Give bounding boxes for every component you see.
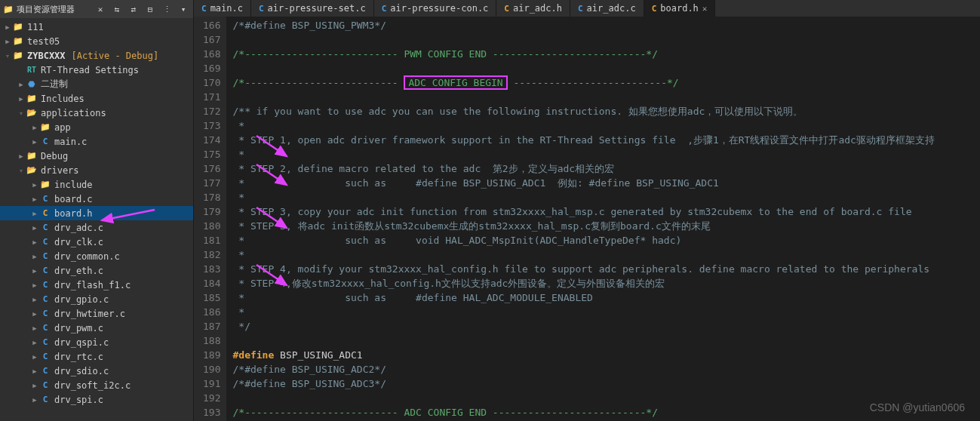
- c-file-icon: C: [201, 3, 207, 14]
- tree-item-test05[interactable]: ▶📁test05: [0, 34, 193, 48]
- editor-tab-board-h[interactable]: Cboard.h✕: [644, 0, 716, 17]
- tree-item-drv-gpio-c[interactable]: ▶Cdrv_gpio.c: [0, 292, 193, 306]
- project-tree[interactable]: ▶📁111▶📁test05▿📁ZYBCXXX[Active - Debug]RT…: [0, 18, 193, 421]
- close-icon[interactable]: ✕: [94, 2, 107, 16]
- editor-tab-air-pressure-con-c[interactable]: Cair-pressure-con.c: [374, 0, 497, 17]
- close-tab-icon[interactable]: ✕: [702, 4, 708, 14]
- expander-icon[interactable]: ▶: [30, 181, 39, 189]
- expander-icon[interactable]: ▿: [17, 167, 26, 174]
- expander-icon[interactable]: ▶: [30, 138, 39, 146]
- tab-label: air-pressure-con.c: [390, 3, 488, 14]
- focus-icon[interactable]: ⊟: [143, 2, 157, 16]
- tree-item-include[interactable]: ▶📁include: [0, 177, 193, 192]
- expander-icon[interactable]: ▿: [3, 52, 12, 60]
- line-number: 193: [203, 405, 220, 419]
- editor-tab-air-pressure-set-c[interactable]: Cair-pressure-set.c: [251, 0, 374, 17]
- code-text[interactable]: /*#define BSP_USING_PWM3*//*------------…: [226, 17, 980, 421]
- expander-icon[interactable]: ▶: [30, 353, 39, 361]
- expander-icon[interactable]: ▿: [17, 109, 26, 117]
- tree-item-debug[interactable]: ▶📁Debug: [0, 149, 193, 163]
- tree-item-drv-adc-c[interactable]: ▶Cdrv_adc.c: [0, 220, 193, 235]
- line-number: 190: [203, 362, 220, 376]
- tree-item-board-h[interactable]: ▶Cboard.h: [0, 206, 193, 220]
- line-number: 168: [203, 47, 220, 61]
- folder-icon: 📁: [26, 151, 38, 161]
- tree-item-app[interactable]: ▶📁app: [0, 120, 193, 134]
- project-explorer-panel: 📁 项目资源管理器 ✕ ⇆ ⇄ ⊟ ⋮ ▾ ▶📁111▶📁test05▿📁ZYB…: [0, 0, 194, 421]
- expander-icon[interactable]: ▶: [30, 367, 39, 375]
- tree-item-drv-flash-f1-c[interactable]: ▶Cdrv_flash_f1.c: [0, 278, 193, 292]
- expander-icon[interactable]: ▶: [30, 253, 39, 260]
- tree-item-drv-qspi-c[interactable]: ▶Cdrv_qspi.c: [0, 335, 193, 349]
- tree-item-111[interactable]: ▶📁111: [0, 20, 193, 34]
- collapse-icon[interactable]: ⇆: [110, 2, 124, 16]
- code-line: [232, 32, 980, 47]
- tree-item--[interactable]: ▶⬣二进制: [0, 77, 193, 91]
- expander-icon[interactable]: ▶: [30, 281, 39, 289]
- expander-icon[interactable]: ▶: [30, 310, 39, 318]
- expander-icon[interactable]: ▶: [17, 152, 26, 160]
- tree-item-drv-spi-c[interactable]: ▶Cdrv_spi.c: [0, 392, 193, 407]
- expander-icon[interactable]: ▶: [30, 339, 39, 346]
- tree-item-drv-clk-c[interactable]: ▶Cdrv_clk.c: [0, 235, 193, 249]
- tree-item-drv-eth-c[interactable]: ▶Cdrv_eth.c: [0, 263, 193, 278]
- tree-item-board-c[interactable]: ▶Cboard.c: [0, 192, 193, 206]
- editor-tab-main-c[interactable]: Cmain.c: [194, 0, 251, 17]
- folder-icon: 📁: [12, 36, 24, 47]
- expander-icon[interactable]: ▶: [30, 324, 39, 332]
- line-number: 166: [203, 18, 220, 32]
- expander-icon[interactable]: ▶: [30, 267, 39, 275]
- tree-item-drivers[interactable]: ▿📂drivers: [0, 163, 193, 177]
- line-number: 176: [203, 161, 220, 176]
- c-file-icon: C: [39, 223, 51, 233]
- expander-icon[interactable]: ▶: [30, 382, 39, 389]
- code-line: * such as #define BSP_USING_ADC1 例如: #de…: [232, 176, 980, 190]
- expander-icon[interactable]: ▶: [3, 23, 12, 31]
- folder-icon: 📁: [39, 180, 51, 190]
- view-menu-icon[interactable]: ▾: [177, 2, 190, 16]
- code-line: * STEP 4, modify your stm32xxxx_hal_conf…: [232, 262, 980, 276]
- tree-item-label: ZYBCXXX: [27, 51, 66, 61]
- expander-icon[interactable]: ▶: [30, 396, 39, 404]
- code-line: * such as #define HAL_ADC_MODULE_ENABLED: [232, 290, 980, 305]
- tree-item-includes[interactable]: ▶📁Includes: [0, 91, 193, 106]
- editor-tab-air-adc-h[interactable]: Cair_adc.h: [496, 0, 570, 17]
- expander-icon[interactable]: ▶: [30, 210, 39, 217]
- tree-item-drv-sdio-c[interactable]: ▶Cdrv_sdio.c: [0, 364, 193, 378]
- tree-item-drv-pwm-c[interactable]: ▶Cdrv_pwm.c: [0, 321, 193, 335]
- expander-icon[interactable]: ▶: [17, 81, 26, 88]
- tree-item-applications[interactable]: ▿📂applications: [0, 106, 193, 120]
- code-line: #define BSP_USING_ADC1: [232, 348, 980, 362]
- tree-item-label: drv_flash_f1.c: [54, 280, 131, 290]
- c-file-icon: C: [259, 3, 264, 14]
- tree-item-drv-common-c[interactable]: ▶Cdrv_common.c: [0, 249, 193, 263]
- expander-icon[interactable]: ▶: [3, 38, 12, 45]
- tree-item-main-c[interactable]: ▶Cmain.c: [0, 134, 193, 149]
- sidebar-title: 项目资源管理器: [17, 4, 91, 15]
- expander-icon[interactable]: ▶: [17, 95, 26, 103]
- tree-item-zybcxxx[interactable]: ▿📁ZYBCXXX[Active - Debug]: [0, 48, 193, 63]
- expander-icon[interactable]: ▶: [30, 296, 39, 303]
- expander-icon[interactable]: ▶: [30, 195, 39, 203]
- highlighted-section: ADC CONFIG BEGIN: [404, 75, 507, 90]
- tree-item-label: board.c: [54, 194, 93, 204]
- tree-item-rt-thread-settings[interactable]: RTRT-Thread Settings: [0, 63, 193, 77]
- expander-icon[interactable]: ▶: [30, 238, 39, 246]
- tree-item-drv-soft-i2c-c[interactable]: ▶Cdrv_soft_i2c.c: [0, 378, 193, 392]
- line-number: 177: [203, 176, 220, 190]
- link-icon[interactable]: ⇄: [127, 2, 140, 16]
- folder-icon: 📁: [12, 22, 24, 32]
- tree-item-drv-hwtimer-c[interactable]: ▶Cdrv_hwtimer.c: [0, 306, 193, 321]
- tree-item-drv-rtc-c[interactable]: ▶Cdrv_rtc.c: [0, 349, 193, 364]
- c-file-icon: C: [39, 337, 51, 348]
- code-line: /*#define BSP_USING_ADC2*/: [232, 362, 980, 376]
- c-file-icon: C: [39, 194, 51, 204]
- line-number: 171: [203, 90, 220, 104]
- menu-icon[interactable]: ⋮: [160, 2, 174, 16]
- expander-icon[interactable]: ▶: [30, 124, 39, 131]
- code-area[interactable]: 1661671681691701711721731741751761771781…: [194, 17, 980, 421]
- editor-tab-air-adc-c[interactable]: Cair_adc.c: [570, 0, 644, 17]
- tree-item-label: drv_common.c: [54, 251, 120, 262]
- expander-icon[interactable]: ▶: [30, 224, 39, 232]
- line-number: 182: [203, 247, 220, 262]
